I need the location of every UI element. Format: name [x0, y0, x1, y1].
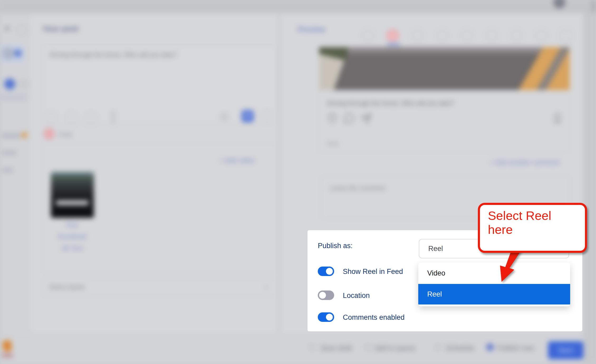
toggle-knob	[326, 268, 333, 275]
sidebar-label	[2, 133, 20, 138]
preview-caption: Driving through the forest. Who will you…	[327, 100, 549, 107]
instagram-glyph	[46, 131, 52, 136]
add-video-button[interactable]: + Add video	[219, 156, 255, 165]
platform-icon-4[interactable]	[436, 29, 448, 42]
video-thumbnail-bar	[56, 201, 88, 205]
schedule-radio[interactable]	[435, 344, 441, 351]
media-library-glyph	[245, 115, 251, 116]
platform-icon-1[interactable]	[362, 29, 374, 42]
add-to-queue-radio[interactable]	[364, 344, 371, 351]
remove-video-icon[interactable]: ×	[89, 171, 93, 179]
add-account-icon[interactable]: +	[19, 79, 29, 89]
video-thumbnail[interactable]	[51, 172, 94, 218]
more-options-icon[interactable]	[261, 111, 273, 122]
toggle-knob	[326, 314, 333, 321]
comment-placeholder: Leave the comment	[330, 184, 385, 192]
pick-thumbnail-link[interactable]: Pick	[49, 219, 95, 231]
sidebar-pill	[0, 94, 27, 101]
platform-icon-7[interactable]	[511, 29, 523, 42]
sidebar-circle-button[interactable]	[16, 24, 27, 36]
comment-icon	[343, 113, 355, 125]
annotation-callout: Select Reel here	[478, 203, 587, 253]
publish-now-radio-dot	[489, 346, 491, 348]
publish-as-label: Publish as:	[318, 242, 353, 250]
footer-bar	[0, 335, 583, 364]
mention-icon[interactable]	[65, 112, 77, 124]
show-reel-in-feed-label: Show Reel in Feed	[343, 268, 403, 276]
dropdown-option-reel[interactable]: Reel	[418, 284, 570, 304]
callout-arrow	[488, 250, 525, 285]
thumbnail-links[interactable]: Pick thumbnail Alt Text	[49, 219, 95, 254]
comments-enabled-label: Comments enabled	[343, 313, 405, 322]
app-window: ▼ ✓ + Your post Driving through the fore…	[0, 0, 596, 364]
preview-title: Preview	[297, 25, 325, 34]
selected-platform-indicator	[387, 44, 400, 45]
emoji-icon[interactable]	[45, 112, 57, 123]
scrollbar[interactable]	[592, 0, 595, 12]
schedule-label[interactable]: Schedule	[446, 344, 474, 352]
platform-icon-8[interactable]	[535, 29, 547, 42]
sidebar-label	[2, 151, 17, 155]
footer-divider	[0, 334, 583, 335]
pick-thumbnail-link-2[interactable]: thumbnail	[49, 231, 95, 242]
hashtag-icon[interactable]	[85, 112, 97, 124]
app-logo-text	[2, 354, 13, 357]
labels-placeholder: Select labels	[49, 283, 85, 291]
comments-enabled-toggle[interactable]	[318, 312, 334, 322]
platform-tab-label[interactable]: Insta	[59, 131, 72, 138]
show-reel-in-feed-toggle[interactable]	[318, 267, 334, 276]
add-comment-button[interactable]: + Add another comment	[489, 159, 560, 166]
top-navbar	[0, 0, 596, 13]
chevron-down-icon[interactable]: ⌄	[263, 281, 269, 290]
selected-check-icon: ✓	[14, 50, 22, 57]
app-logo	[2, 340, 12, 352]
next-button[interactable]: Next	[548, 341, 583, 359]
publish-now-label[interactable]: Publish now	[497, 344, 534, 352]
callout-line-1: Select Reel	[488, 209, 585, 223]
account-icon[interactable]	[4, 78, 15, 90]
publish-as-selected-value: Reel	[428, 245, 443, 253]
bookmark-icon	[552, 113, 563, 125]
warning-icon	[21, 132, 27, 138]
platform-icon-5[interactable]	[461, 29, 473, 42]
sidebar-collapse-icon[interactable]: ▼	[4, 25, 10, 32]
instagram-glyph	[390, 33, 396, 38]
sidebar-label	[2, 168, 13, 172]
grid-view-icon[interactable]	[560, 29, 572, 42]
platform-icon-6[interactable]	[486, 29, 498, 42]
post-type-label: Reel	[327, 141, 338, 147]
save-draft-label[interactable]: Save draft	[320, 344, 352, 352]
account-avatar	[2, 47, 14, 60]
alt-text-link[interactable]: Alt Text	[49, 242, 95, 254]
location-toggle[interactable]	[318, 291, 334, 300]
text-cursor-icon	[112, 111, 114, 124]
callout-line-2: here	[488, 223, 585, 237]
caption-text[interactable]: Driving through the forest. Who will you…	[50, 51, 218, 58]
post-media-image	[319, 47, 570, 90]
share-icon	[360, 113, 372, 125]
toggle-knob	[319, 292, 326, 299]
platform-icon-3[interactable]	[411, 29, 424, 42]
save-draft-radio[interactable]	[309, 344, 315, 351]
page-background	[583, 13, 596, 364]
add-to-queue-label[interactable]: Add to queue	[374, 344, 415, 352]
location-label: Location	[343, 292, 370, 300]
like-icon	[326, 113, 338, 125]
composer-title: Your post	[42, 24, 79, 33]
